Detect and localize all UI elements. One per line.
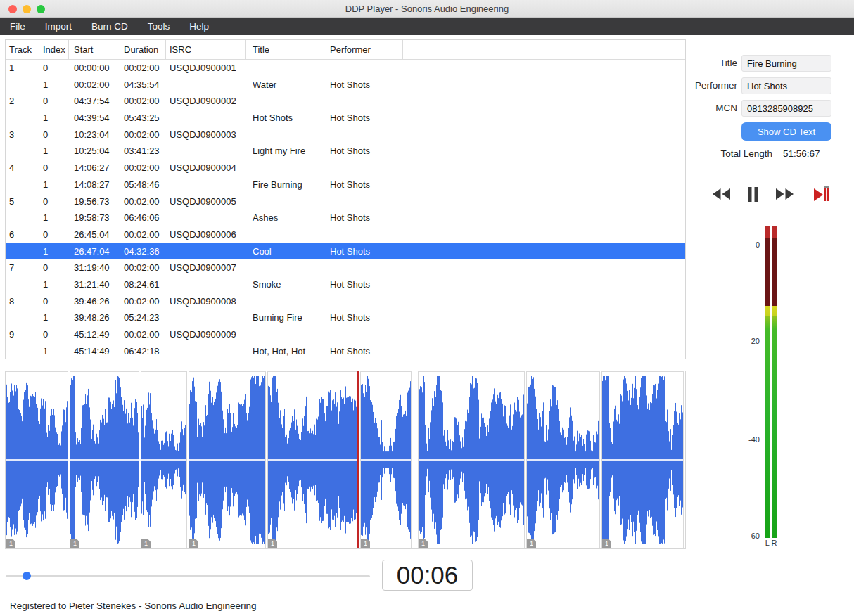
- table-row[interactable]: 1000:00:0000:02:00USQDJ0900001: [6, 60, 685, 77]
- cell-performer: [324, 326, 403, 343]
- cell-start: 00:02:00: [69, 77, 120, 94]
- menu-import[interactable]: Import: [35, 18, 82, 35]
- table-row[interactable]: 104:39:5405:43:25Hot ShotsHot Shots: [6, 110, 685, 127]
- cell-index: 1: [37, 276, 69, 293]
- cell-performer: Hot Shots: [324, 110, 403, 127]
- cell-duration: 06:42:18: [120, 343, 166, 359]
- cell-index: 0: [37, 193, 69, 210]
- table-row[interactable]: 145:14:4906:42:18Hot, Hot, HotHot Shots: [6, 343, 685, 359]
- ddp-player-window: DDP Player - Sonoris Audio Engineering F…: [0, 0, 854, 616]
- cell-empty: [403, 309, 685, 326]
- cell-track: [6, 110, 37, 127]
- cell-empty: [403, 276, 685, 293]
- cell-track: [6, 143, 37, 160]
- title-bar: DDP Player - Sonoris Audio Engineering: [0, 0, 854, 18]
- cell-empty: [403, 93, 685, 110]
- table-row[interactable]: 131:21:4008:24:61SmokeHot Shots: [6, 276, 685, 293]
- cell-start: 00:00:00: [69, 60, 120, 77]
- cell-index: 0: [37, 60, 69, 77]
- show-cd-text-button[interactable]: Show CD Text: [741, 122, 831, 141]
- cell-performer: Hot Shots: [324, 143, 403, 160]
- cell-start: 39:48:26: [69, 309, 120, 326]
- cell-isrc: [166, 177, 246, 193]
- cell-empty: [403, 326, 685, 343]
- cell-title: Burning Fire: [246, 309, 324, 326]
- column-header-index: Index: [37, 40, 69, 59]
- rewind-icon: [712, 188, 731, 200]
- meter-scale-40: -40: [743, 435, 760, 444]
- cell-empty: [403, 210, 685, 226]
- table-row[interactable]: 6026:45:0400:02:00USQDJ0900006: [6, 226, 685, 243]
- menu-help[interactable]: Help: [179, 18, 219, 35]
- cell-title: [246, 193, 324, 210]
- table-row[interactable]: 114:08:2705:48:46Fire BurningHot Shots: [6, 177, 685, 193]
- cell-empty: [403, 60, 685, 77]
- menu-burn-cd[interactable]: Burn CD: [82, 18, 138, 35]
- transport-controls: [712, 181, 830, 207]
- cell-title: Hot Shots: [246, 110, 324, 127]
- cell-isrc: [166, 276, 246, 293]
- table-row[interactable]: 110:25:0403:41:23Light my FireHot Shots: [6, 143, 685, 160]
- seek-slider-thumb[interactable]: [23, 572, 31, 580]
- play-to-marker-button[interactable]: [811, 186, 830, 203]
- cell-duration: 04:35:54: [120, 77, 166, 94]
- cell-performer: Hot Shots: [324, 309, 403, 326]
- cell-isrc: USQDJ0900002: [166, 93, 246, 110]
- menu-tools[interactable]: Tools: [138, 18, 180, 35]
- cell-empty: [403, 77, 685, 94]
- cell-title: Cool: [246, 243, 324, 260]
- cell-empty: [403, 110, 685, 127]
- close-button[interactable]: [8, 5, 17, 13]
- table-row[interactable]: 2004:37:5400:02:00USQDJ0900002: [6, 93, 685, 110]
- column-header-start: Start: [69, 40, 120, 59]
- cell-title: [246, 93, 324, 110]
- table-row[interactable]: 119:58:7306:46:06AshesHot Shots: [6, 210, 685, 226]
- menu-file[interactable]: File: [0, 18, 35, 35]
- cell-performer: Hot Shots: [324, 243, 403, 260]
- mcn-field-label: MCN: [675, 100, 737, 117]
- pause-button[interactable]: [748, 187, 758, 202]
- table-row[interactable]: 5019:56:7300:02:00USQDJ0900005: [6, 193, 685, 210]
- table-row[interactable]: 100:02:0004:35:54WaterHot Shots: [6, 77, 685, 94]
- cell-duration: 00:02:00: [120, 193, 166, 210]
- cell-isrc: [166, 309, 246, 326]
- table-row[interactable]: 126:47:0404:32:36CoolHot Shots: [6, 243, 685, 260]
- cell-duration: 00:02:00: [120, 60, 166, 77]
- fast-forward-button[interactable]: [775, 188, 794, 200]
- cell-start: 31:21:40: [69, 276, 120, 293]
- cell-isrc: USQDJ0900006: [166, 226, 246, 243]
- cell-track: 9: [6, 326, 37, 343]
- cell-isrc: USQDJ0900005: [166, 193, 246, 210]
- seek-slider-track[interactable]: [6, 575, 370, 577]
- cell-index: 1: [37, 343, 69, 359]
- cell-duration: 06:46:06: [120, 210, 166, 226]
- table-body: 1000:00:0000:02:00USQDJ0900001100:02:000…: [6, 60, 685, 359]
- cell-title: [246, 60, 324, 77]
- mcn-input[interactable]: [741, 100, 831, 117]
- cell-index: 1: [37, 210, 69, 226]
- title-input[interactable]: [741, 55, 831, 72]
- table-row[interactable]: 9045:12:4900:02:00USQDJ0900009: [6, 326, 685, 343]
- meter-scale-20: -20: [743, 337, 760, 345]
- meter-scale-60: -60: [743, 532, 760, 540]
- performer-input[interactable]: [741, 77, 831, 94]
- seek-slider[interactable]: [6, 571, 370, 581]
- table-row[interactable]: 139:48:2605:24:23Burning FireHot Shots: [6, 309, 685, 326]
- cell-index: 1: [37, 309, 69, 326]
- table-row[interactable]: 3010:23:0400:02:00USQDJ0900003: [6, 127, 685, 143]
- cell-title: Water: [246, 77, 324, 94]
- table-row[interactable]: 8039:46:2600:02:00USQDJ0900008: [6, 293, 685, 310]
- waveform-display[interactable]: [6, 371, 685, 548]
- play-to-marker-icon: [811, 186, 830, 203]
- zoom-button[interactable]: [37, 5, 45, 13]
- cell-duration: 03:41:23: [120, 143, 166, 160]
- column-header-empty: [403, 40, 685, 59]
- cell-index: 0: [37, 259, 69, 276]
- rewind-button[interactable]: [712, 188, 731, 200]
- table-row[interactable]: 7031:19:4000:02:00USQDJ0900007: [6, 259, 685, 276]
- minimize-button[interactable]: [23, 5, 31, 13]
- cell-track: [6, 309, 37, 326]
- cell-index: 0: [37, 127, 69, 143]
- table-row[interactable]: 4014:06:2700:02:00USQDJ0900004: [6, 160, 685, 177]
- track-table: Track Index Start Duration ISRC Title Pe…: [5, 39, 686, 359]
